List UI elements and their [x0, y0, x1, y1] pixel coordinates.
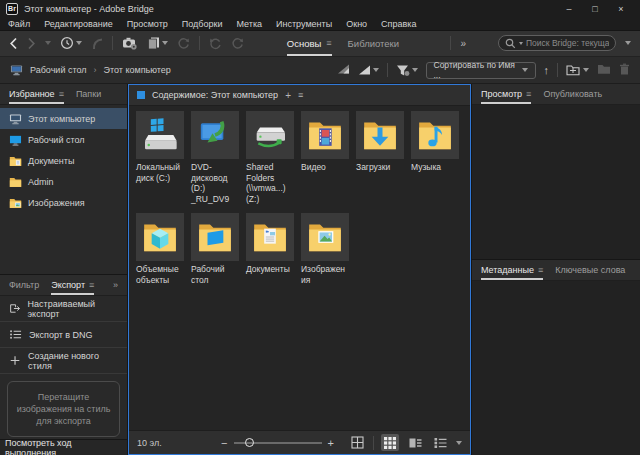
menu-view[interactable]: Просмотр — [127, 19, 168, 29]
export-icon — [9, 302, 21, 315]
zoom-in-button[interactable]: + — [328, 437, 334, 449]
right-sidebar: Просмотр ≡ Опубликовать Метаданные ≡ — [472, 84, 640, 455]
custom-export-item[interactable]: Настраиваемый экспорт — [0, 296, 127, 322]
sort-dropdown[interactable]: Сортировать по Имя ... — [426, 62, 536, 79]
filter-quality-icon[interactable] — [358, 64, 379, 76]
new-folder-icon[interactable] — [597, 61, 611, 79]
preview-panel: Просмотр ≡ Опубликовать — [472, 84, 640, 259]
content-item-music[interactable]: Музыка — [411, 111, 459, 204]
filter-rating-icon[interactable] — [337, 61, 350, 79]
search-box[interactable] — [498, 35, 616, 51]
forward-button[interactable] — [27, 37, 36, 50]
search-input[interactable] — [526, 38, 609, 48]
title-bar: Br Этот компьютер - Adobe Bridge – □ × — [0, 0, 640, 18]
boomerang-icon[interactable] — [91, 37, 103, 50]
main-area: Избранное ≡ Папки Этот компьютер Рабочий… — [0, 84, 640, 455]
create-preset-item[interactable]: Создание нового стиля — [0, 348, 127, 374]
menu-file[interactable]: Файл — [8, 19, 30, 29]
menu-window[interactable]: Окно — [346, 19, 367, 29]
tree-item-this-pc[interactable]: Этот компьютер — [0, 108, 127, 129]
panel-overflow-icon[interactable]: » — [113, 280, 118, 290]
panel-menu-icon[interactable]: ≡ — [89, 280, 94, 290]
tab-keywords[interactable]: Ключевые слова — [555, 260, 625, 280]
sort-ascending-icon[interactable]: ↑ — [544, 65, 550, 76]
workspace-overflow-icon[interactable]: » — [460, 38, 466, 49]
tree-item-documents[interactable]: Документы — [0, 150, 127, 171]
workspace-tab-libraries[interactable]: Библиотеки — [348, 31, 399, 57]
add-content-tab-button[interactable]: + — [285, 90, 291, 101]
content-item-label: Рабочий стол — [191, 264, 239, 285]
panel-menu-icon[interactable]: ≡ — [538, 265, 543, 275]
panel-menu-icon[interactable]: ≡ — [526, 89, 531, 99]
details-view-button[interactable] — [406, 434, 424, 451]
nav-history-caret-icon[interactable] — [45, 41, 51, 45]
back-button[interactable] — [9, 37, 18, 50]
grid-lock-button[interactable] — [348, 434, 366, 451]
workspace-tab-essentials[interactable]: Основы ≡ — [287, 31, 332, 57]
maximize-button[interactable]: □ — [582, 1, 608, 17]
open-recent-folder-icon[interactable] — [566, 64, 589, 76]
content-item-3d-objects[interactable]: Объемные объекты — [136, 213, 184, 285]
menu-tools[interactable]: Инструменты — [276, 19, 332, 29]
content-item-pictures[interactable]: Изображения — [301, 213, 349, 285]
content-item-label: Изображения — [301, 264, 349, 285]
menu-label[interactable]: Метка — [236, 19, 262, 29]
item-count: 10 эл. — [137, 438, 207, 448]
workspace-menu-icon[interactable]: ≡ — [326, 38, 331, 48]
breadcrumb-desktop[interactable]: Рабочий стол — [30, 65, 87, 75]
tab-favorites[interactable]: Избранное ≡ — [9, 84, 64, 104]
panel-menu-icon[interactable]: ≡ — [59, 89, 64, 99]
tab-label: Избранное — [9, 89, 55, 99]
refresh-button[interactable] — [177, 37, 190, 50]
tab-folders[interactable]: Папки — [76, 84, 101, 104]
recent-files-button[interactable] — [60, 36, 82, 50]
content-item-videos[interactable]: Видео — [301, 111, 349, 204]
content-item-label: Shared Folders (\\vmwa...) (Z:) — [246, 162, 294, 204]
export-progress-link[interactable]: Посмотреть ход выполнения — [0, 440, 127, 455]
undo-icon[interactable] — [209, 37, 222, 50]
batch-stack-button[interactable] — [146, 36, 168, 50]
menu-help[interactable]: Справка — [381, 19, 416, 29]
thumbnail-size-slider[interactable] — [234, 442, 322, 444]
content-item-downloads[interactable]: Загрузки — [356, 111, 404, 204]
search-options-caret-icon[interactable] — [625, 41, 631, 45]
slider-knob[interactable] — [245, 438, 254, 447]
import-from-camera-button[interactable] — [122, 36, 137, 50]
menu-edit[interactable]: Редактирование — [44, 19, 113, 29]
tab-publish[interactable]: Опубликовать — [543, 84, 602, 104]
redo-icon[interactable] — [231, 37, 244, 50]
tab-filter[interactable]: Фильтр — [9, 275, 39, 295]
content-item-network-drive[interactable]: Shared Folders (\\vmwa...) (Z:) — [246, 111, 294, 204]
filter-funnel-icon[interactable] — [396, 64, 418, 77]
delete-trash-icon[interactable] — [619, 61, 630, 79]
list-view-button[interactable] — [431, 434, 449, 451]
content-item-label: Локальный диск (C:) — [136, 162, 184, 183]
content-item-documents[interactable]: Документы — [246, 213, 294, 285]
menu-collections[interactable]: Подборки — [182, 19, 223, 29]
tab-preview[interactable]: Просмотр ≡ — [481, 84, 531, 104]
path-bar: Рабочий стол › Этот компьютер Сортироват… — [0, 57, 640, 84]
content-tab-title[interactable]: Содержимое: Этот компьютер — [152, 90, 278, 100]
minimize-button[interactable]: – — [556, 1, 582, 17]
export-dng-item[interactable]: Экспорт в DNG — [0, 322, 127, 348]
close-button[interactable]: × — [608, 1, 634, 17]
content-item-desktop-folder[interactable]: Рабочий стол — [191, 213, 239, 285]
content-panel-menu-icon[interactable]: ≡ — [298, 90, 303, 100]
content-item-local-disk[interactable]: Локальный диск (C:) — [136, 111, 184, 204]
content-item-dvd-drive[interactable]: DVD-дисковод (D:) _RU_DV9 — [191, 111, 239, 204]
export-action-label: Экспорт в DNG — [29, 330, 93, 340]
export-dropzone[interactable]: Перетащите изображения на стиль для эксп… — [7, 381, 120, 437]
thumbnail-view-button[interactable] — [381, 434, 399, 451]
view-options-caret-icon[interactable] — [456, 441, 462, 445]
tree-item-label: Этот компьютер — [28, 114, 95, 124]
tree-item-label: Изображения — [28, 198, 85, 208]
folder-pictures-icon — [305, 217, 345, 257]
computer-icon — [9, 113, 22, 125]
tree-item-pictures[interactable]: Изображения — [0, 192, 127, 213]
tree-item-admin[interactable]: Admin — [0, 171, 127, 192]
zoom-out-button[interactable]: − — [221, 437, 227, 449]
breadcrumb-this-pc[interactable]: Этот компьютер — [104, 65, 171, 75]
tree-item-desktop[interactable]: Рабочий стол — [0, 129, 127, 150]
tab-metadata[interactable]: Метаданные ≡ — [481, 260, 543, 280]
tab-export[interactable]: Экспорт ≡ — [51, 275, 94, 295]
